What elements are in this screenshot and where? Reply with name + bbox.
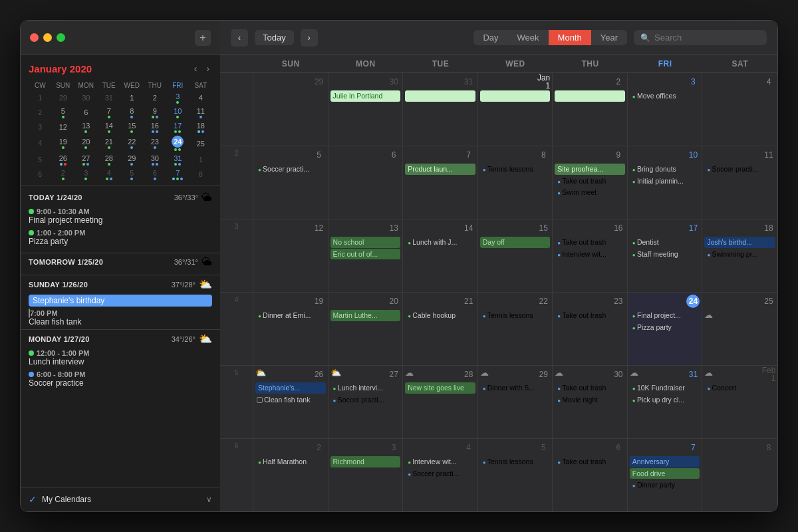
mini-day-4[interactable]: 4 [190, 90, 213, 105]
day-jan21[interactable]: 21 Cable hookup [403, 293, 478, 365]
mini-day-25[interactable]: 25 [190, 134, 213, 152]
mini-day-31-dec[interactable]: 31 [98, 90, 121, 105]
mini-day-8[interactable]: 8 [120, 105, 144, 120]
day-jan31[interactable]: ☁ 31 10K Fundraiser Pick up dry cl... [628, 366, 703, 438]
mini-day-21[interactable]: 21 [98, 134, 121, 152]
mini-prev-btn[interactable]: ‹ [192, 62, 200, 75]
day-jan25[interactable]: 25 ☁ [702, 293, 777, 365]
mini-day-2[interactable]: 2 [144, 90, 167, 105]
event-cable-hookup[interactable]: Cable hookup [405, 310, 475, 321]
mini-day-7[interactable]: 7 [98, 105, 121, 120]
day-jan14[interactable]: 14 Lunch with J... [403, 219, 478, 292]
event-eric-out[interactable]: Eric out of of... [331, 249, 401, 260]
mini-day-3-feb[interactable]: 3 [74, 167, 98, 182]
event-swim-meet[interactable]: Swim meet [555, 187, 625, 198]
event-trash-16[interactable]: Take out trash [555, 237, 625, 248]
event-trash-30[interactable]: Take out trash [555, 382, 625, 394]
mini-day-8-feb[interactable]: 8 [190, 167, 213, 182]
day-jan9[interactable]: 9 Site proofrea... Take out trash Swim m… [553, 146, 628, 219]
event-swimming[interactable]: Swimming pr... [704, 249, 775, 260]
day-jan23[interactable]: 23 Take out trash [553, 293, 628, 365]
day-jan17[interactable]: 17 Dentist Staff meeting [628, 219, 703, 292]
day-feb7[interactable]: 7 Anniversary Food drive Dinner party [628, 439, 703, 511]
event-site-proofread[interactable]: Site proofrea... [555, 164, 625, 175]
mini-day-9[interactable]: 9 [144, 105, 167, 120]
mini-day-2-feb[interactable]: 2 [52, 167, 75, 182]
event-julie-cont2[interactable] [480, 90, 551, 102]
day-dec30[interactable]: 30 Julie in Portland [329, 73, 404, 146]
day-dec29[interactable]: 29 [253, 73, 329, 146]
event-trash-feb6[interactable]: Take out trash [555, 456, 625, 467]
event-mlk[interactable]: Martin Luthe... [331, 310, 401, 321]
day-jan12[interactable]: 12 [253, 219, 329, 292]
mini-day-28[interactable]: 28 [98, 152, 121, 167]
event-anniversary[interactable]: Anniversary [630, 456, 700, 467]
event-final-project[interactable]: Final project... [630, 310, 700, 321]
day-feb2[interactable]: 2 Half Marathon [253, 439, 329, 511]
mini-day-3[interactable]: 3 [166, 90, 190, 105]
view-day-button[interactable]: Day [473, 30, 507, 45]
add-event-button[interactable]: + [195, 30, 211, 46]
mini-day-22[interactable]: 22 [120, 134, 144, 152]
day-jan16[interactable]: 16 Take out trash Interview wit... [553, 219, 628, 292]
day-feb1[interactable]: ☁ Feb 1 Concert [702, 366, 777, 438]
mini-day-1[interactable]: 1 [120, 90, 144, 105]
day-jan26[interactable]: ⛅ 26 Stephanie's... Clean fish tank [253, 366, 329, 438]
mini-day-30-dec[interactable]: 30 [74, 90, 98, 105]
event-pizza-party[interactable]: Pizza party [630, 322, 700, 333]
event-soccer-11[interactable]: Soccer practi... [704, 164, 775, 175]
day-jan22[interactable]: 22 Tennis lessons [478, 293, 553, 365]
day-feb3[interactable]: 3 Richmond [329, 439, 404, 511]
event-trash-23[interactable]: Take out trash [555, 310, 625, 321]
event-new-site[interactable]: New site goes live [405, 382, 475, 394]
stephanie-birthday-event[interactable]: Stephanie's birthday [29, 295, 212, 307]
maximize-button[interactable] [57, 33, 65, 42]
day-jan19[interactable]: 19 Dinner at Emi... [253, 293, 329, 365]
mini-day-31[interactable]: 31 [166, 152, 190, 167]
event-staff-meeting[interactable]: Staff meeting [630, 249, 700, 260]
day-jan3[interactable]: 3 Move offices [628, 73, 703, 146]
event-lunch-with[interactable]: Lunch with J... [405, 237, 475, 248]
event-clean-fish-tank[interactable]: Clean fish tank [255, 394, 326, 406]
mini-day-18[interactable]: 18 [190, 120, 213, 134]
day-jan24-today[interactable]: 24 Final project... Pizza party [628, 293, 703, 365]
event-bring-donuts[interactable]: Bring donuts [630, 164, 700, 175]
day-jan20[interactable]: 20 Martin Luthe... [329, 293, 404, 365]
event-dentist[interactable]: Dentist [630, 237, 700, 248]
event-interview-feb4[interactable]: Interview wit... [405, 456, 475, 467]
event-soccer-5[interactable]: Soccer practi... [255, 164, 326, 175]
mini-day-17[interactable]: 17 [166, 120, 190, 134]
mini-day-14[interactable]: 14 [98, 120, 121, 134]
event-interview-16[interactable]: Interview wit... [555, 249, 625, 260]
event-dinner-emi[interactable]: Dinner at Emi... [255, 310, 326, 321]
event-julie-portland[interactable]: Julie in Portland [331, 90, 401, 102]
event-lunch-interview[interactable]: Lunch intervi... [331, 382, 401, 394]
day-jan1[interactable]: Jan 1 [478, 73, 553, 146]
day-feb6[interactable]: 6 Take out trash [553, 439, 628, 511]
event-move-offices[interactable]: Move offices [630, 90, 700, 102]
event-stephanie-bday[interactable]: Stephanie's... [255, 382, 326, 394]
event-10k[interactable]: 10K Fundraiser [630, 382, 700, 394]
day-jan10[interactable]: 10 Bring donuts Initial plannin... [628, 146, 703, 219]
mini-day-20[interactable]: 20 [74, 134, 98, 152]
search-input[interactable] [654, 33, 760, 43]
mini-day-1-feb[interactable]: 1 [190, 152, 213, 167]
mini-day-11[interactable]: 11 [190, 105, 213, 120]
event-food-drive[interactable]: Food drive [630, 468, 700, 479]
event-dinner-party[interactable]: Dinner party [630, 479, 700, 491]
event-movie-night[interactable]: Movie night [555, 394, 625, 406]
close-button[interactable] [30, 33, 39, 42]
mini-day-6[interactable]: 6 [74, 105, 98, 120]
event-tennis-feb5[interactable]: Tennis lessons [480, 456, 551, 467]
mini-day-23[interactable]: 23 [144, 134, 167, 152]
day-jan6[interactable]: 6 [329, 146, 404, 219]
next-period-button[interactable]: › [301, 29, 318, 47]
mini-day-4-feb[interactable]: 4 [98, 167, 121, 182]
mini-day-7-feb[interactable]: 7 [166, 167, 190, 182]
event-half-marathon[interactable]: Half Marathon [255, 456, 326, 467]
day-jan7[interactable]: 7 Product laun... [403, 146, 478, 219]
event-dinner-s[interactable]: Dinner with S... [480, 382, 551, 394]
event-day-off[interactable]: Day off [480, 237, 551, 248]
mini-day-12[interactable]: 12 [52, 120, 75, 134]
event-julie-cont3[interactable] [555, 90, 625, 102]
